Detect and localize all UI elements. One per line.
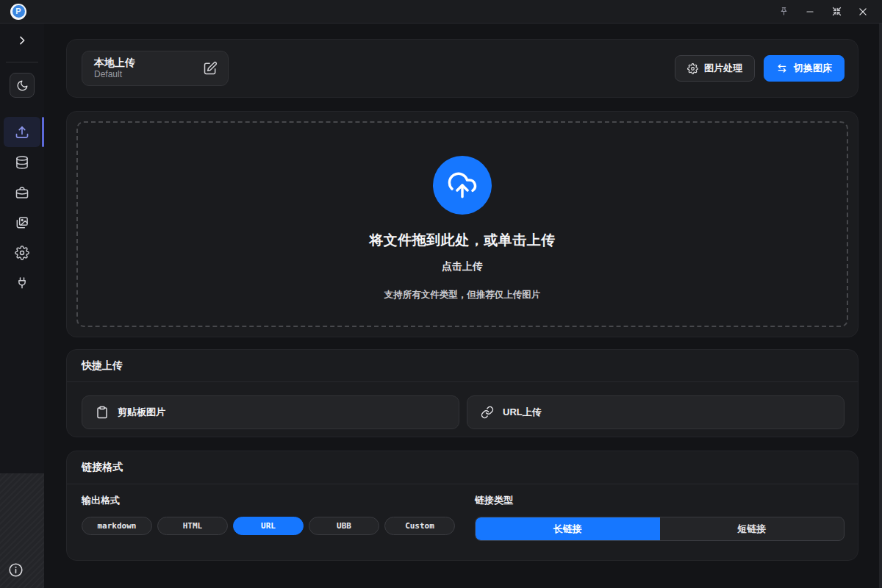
- link-type-long[interactable]: 长链接: [476, 517, 660, 540]
- upload-dropzone[interactable]: 将文件拖到此处，或单击上传 点击上传 支持所有文件类型，但推荐仅上传图片: [76, 121, 848, 327]
- window-controls: [770, 1, 876, 23]
- swap-icon: [776, 62, 788, 74]
- pin-icon[interactable]: [770, 1, 797, 23]
- dropzone-action: 点击上传: [442, 260, 483, 273]
- sidebar-nav: [0, 117, 44, 298]
- dropzone-hint: 支持所有文件类型，但推荐仅上传图片: [384, 289, 541, 301]
- moon-icon: [16, 79, 29, 92]
- app-logo-letter: P: [12, 5, 25, 18]
- top-actions: 图片处理 切换图床: [675, 55, 845, 82]
- app-logo: P: [10, 4, 26, 20]
- format-option-markdown[interactable]: markdown: [82, 517, 152, 535]
- theme-toggle-button[interactable]: [10, 73, 35, 98]
- format-option-custom[interactable]: Custom: [384, 517, 455, 535]
- image-process-button[interactable]: 图片处理: [675, 55, 755, 82]
- output-format-group: 输出格式 markdown HTML URL UBB Custom: [82, 494, 460, 541]
- sidebar-item-image-tools[interactable]: [4, 207, 40, 237]
- current-uploader-card[interactable]: 本地上传 Default: [82, 51, 229, 86]
- info-icon: [8, 562, 24, 578]
- sidebar-item-settings[interactable]: [4, 237, 40, 268]
- link-type-label: 链接类型: [475, 494, 845, 507]
- output-format-options: markdown HTML URL UBB Custom: [82, 517, 460, 535]
- uploader-info: 本地上传 Default: [94, 57, 135, 80]
- uploader-profile: Default: [94, 69, 135, 80]
- link-format-body: 输出格式 markdown HTML URL UBB Custom 链接类型 长…: [67, 484, 858, 541]
- link-format-card: 链接格式 输出格式 markdown HTML URL UBB Custom 链…: [66, 451, 858, 561]
- briefcase-icon: [15, 185, 29, 200]
- format-option-ubb[interactable]: UBB: [309, 517, 379, 535]
- link-type-toggle: 长链接 短链接: [475, 517, 845, 541]
- uploader-name: 本地上传: [94, 57, 135, 69]
- minimize-icon[interactable]: [797, 1, 823, 23]
- edit-icon[interactable]: [203, 61, 218, 76]
- database-icon: [15, 155, 29, 170]
- upload-card: 将文件拖到此处，或单击上传 点击上传 支持所有文件类型，但推荐仅上传图片: [66, 111, 858, 337]
- quick-upload-body: 剪贴板图片 URL上传: [67, 382, 858, 429]
- sidebar-item-upload[interactable]: [4, 117, 40, 147]
- plug-icon: [15, 276, 29, 290]
- image-process-label: 图片处理: [704, 62, 742, 75]
- link-type-group: 链接类型 长链接 短链接: [475, 494, 845, 541]
- chevron-right-icon: [16, 35, 28, 46]
- link-format-title: 链接格式: [67, 451, 858, 484]
- sidebar-item-plugins[interactable]: [4, 268, 40, 298]
- uploader-bar-card: 本地上传 Default 图片处理: [66, 39, 858, 98]
- cloud-upload-icon: [433, 156, 492, 215]
- output-format-label: 输出格式: [82, 494, 460, 507]
- titlebar: P: [0, 0, 882, 24]
- info-button[interactable]: [8, 562, 24, 578]
- format-option-url[interactable]: URL: [233, 517, 304, 535]
- clipboard-icon: [96, 406, 109, 419]
- upload-icon: [15, 125, 29, 140]
- images-icon: [15, 215, 29, 230]
- gear-icon: [15, 245, 29, 260]
- sidebar-item-manage[interactable]: [4, 177, 40, 207]
- url-upload-label: URL上传: [503, 406, 542, 419]
- link-icon: [481, 406, 494, 419]
- close-icon[interactable]: [850, 1, 876, 23]
- quick-upload-title: 快捷上传: [67, 350, 858, 382]
- gear-icon: [687, 63, 698, 74]
- sidebar: [0, 24, 44, 588]
- url-upload-button[interactable]: URL上传: [467, 395, 845, 429]
- sidebar-divider: [6, 62, 38, 62]
- link-type-short[interactable]: 短链接: [660, 517, 845, 540]
- clipboard-upload-button[interactable]: 剪贴板图片: [82, 395, 459, 429]
- sidebar-item-album[interactable]: [4, 147, 40, 177]
- switch-bed-label: 切换图床: [794, 62, 832, 75]
- scrollbar-track[interactable]: [879, 24, 882, 588]
- dropzone-title: 将文件拖到此处，或单击上传: [369, 231, 556, 250]
- switch-bed-button[interactable]: 切换图床: [764, 55, 845, 82]
- main-content: 本地上传 Default 图片处理: [44, 24, 882, 588]
- sidebar-collapse-button[interactable]: [0, 24, 44, 57]
- format-option-html[interactable]: HTML: [157, 517, 228, 535]
- clipboard-upload-label: 剪贴板图片: [118, 406, 165, 419]
- restore-icon[interactable]: [823, 1, 850, 23]
- quick-upload-card: 快捷上传 剪贴板图片 URL上传: [66, 349, 858, 437]
